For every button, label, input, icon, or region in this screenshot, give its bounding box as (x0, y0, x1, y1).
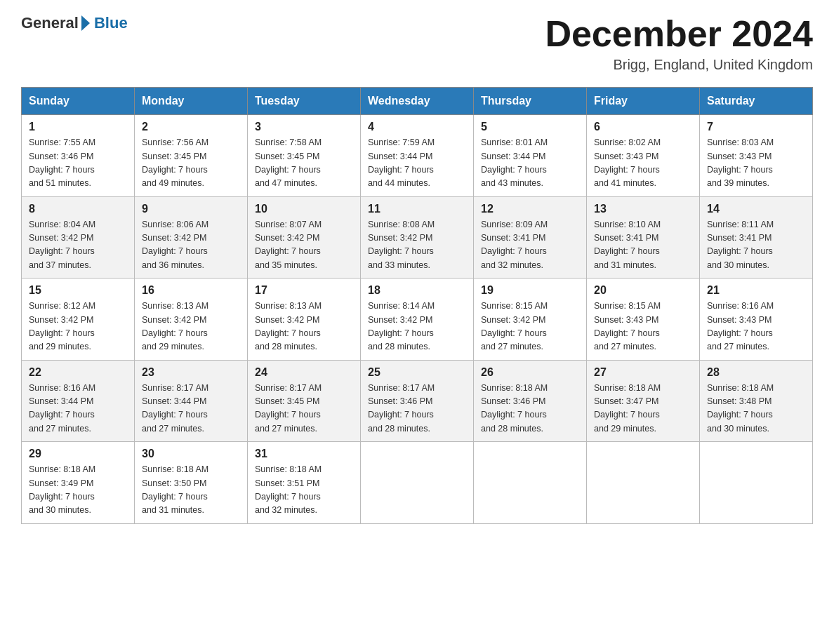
day-number: 14 (707, 203, 805, 215)
calendar-header-row: SundayMondayTuesdayWednesdayThursdayFrid… (22, 88, 813, 115)
logo-arrow-icon (81, 15, 90, 31)
logo-text: General Blue (21, 14, 128, 32)
title-area: December 2024 Brigg, England, United Kin… (545, 14, 813, 73)
day-number: 29 (29, 448, 127, 460)
day-number: 20 (594, 284, 692, 297)
day-info: Sunrise: 8:18 AM Sunset: 3:50 PM Dayligh… (142, 463, 240, 518)
day-cell-29: 29Sunrise: 8:18 AM Sunset: 3:49 PM Dayli… (22, 442, 135, 524)
day-of-week-thursday: Thursday (474, 88, 587, 115)
day-cell-22: 22Sunrise: 8:16 AM Sunset: 3:44 PM Dayli… (22, 360, 135, 442)
day-number: 19 (481, 284, 579, 297)
day-cell-14: 14Sunrise: 8:11 AM Sunset: 3:41 PM Dayli… (700, 196, 813, 279)
day-of-week-sunday: Sunday (22, 88, 135, 115)
day-number: 18 (368, 284, 466, 297)
day-info: Sunrise: 8:17 AM Sunset: 3:46 PM Dayligh… (368, 382, 466, 436)
calendar-table: SundayMondayTuesdayWednesdayThursdayFrid… (21, 87, 813, 524)
day-number: 11 (368, 203, 466, 215)
day-cell-4: 4Sunrise: 7:59 AM Sunset: 3:44 PM Daylig… (361, 115, 474, 197)
day-cell-28: 28Sunrise: 8:18 AM Sunset: 3:48 PM Dayli… (700, 360, 813, 442)
day-info: Sunrise: 8:17 AM Sunset: 3:45 PM Dayligh… (255, 382, 353, 436)
day-number: 15 (29, 284, 127, 297)
day-cell-25: 25Sunrise: 8:17 AM Sunset: 3:46 PM Dayli… (361, 360, 474, 442)
day-info: Sunrise: 8:09 AM Sunset: 3:41 PM Dayligh… (481, 218, 579, 273)
empty-cell (474, 442, 587, 524)
day-number: 25 (368, 366, 466, 379)
day-info: Sunrise: 8:14 AM Sunset: 3:42 PM Dayligh… (368, 300, 466, 354)
day-number: 9 (142, 203, 240, 215)
day-cell-17: 17Sunrise: 8:13 AM Sunset: 3:42 PM Dayli… (248, 279, 361, 361)
day-number: 7 (707, 121, 805, 133)
day-info: Sunrise: 8:11 AM Sunset: 3:41 PM Dayligh… (707, 218, 805, 273)
day-number: 8 (29, 203, 127, 215)
day-cell-26: 26Sunrise: 8:18 AM Sunset: 3:46 PM Dayli… (474, 360, 587, 442)
day-info: Sunrise: 8:18 AM Sunset: 3:51 PM Dayligh… (255, 463, 353, 518)
day-cell-2: 2Sunrise: 7:56 AM Sunset: 3:45 PM Daylig… (135, 115, 248, 197)
day-info: Sunrise: 8:01 AM Sunset: 3:44 PM Dayligh… (481, 136, 579, 191)
day-of-week-friday: Friday (587, 88, 700, 115)
day-number: 16 (142, 284, 240, 297)
day-cell-13: 13Sunrise: 8:10 AM Sunset: 3:41 PM Dayli… (587, 196, 700, 279)
day-cell-20: 20Sunrise: 8:15 AM Sunset: 3:43 PM Dayli… (587, 279, 700, 361)
day-info: Sunrise: 7:58 AM Sunset: 3:45 PM Dayligh… (255, 136, 353, 191)
day-info: Sunrise: 8:06 AM Sunset: 3:42 PM Dayligh… (142, 218, 240, 273)
day-info: Sunrise: 7:55 AM Sunset: 3:46 PM Dayligh… (29, 136, 127, 191)
day-cell-23: 23Sunrise: 8:17 AM Sunset: 3:44 PM Dayli… (135, 360, 248, 442)
day-info: Sunrise: 8:18 AM Sunset: 3:49 PM Dayligh… (29, 463, 127, 518)
day-info: Sunrise: 8:08 AM Sunset: 3:42 PM Dayligh… (368, 218, 466, 273)
day-cell-16: 16Sunrise: 8:13 AM Sunset: 3:42 PM Dayli… (135, 279, 248, 361)
day-number: 24 (255, 366, 353, 379)
day-info: Sunrise: 8:12 AM Sunset: 3:42 PM Dayligh… (29, 300, 127, 354)
day-info: Sunrise: 8:18 AM Sunset: 3:48 PM Dayligh… (707, 382, 805, 436)
day-info: Sunrise: 8:17 AM Sunset: 3:44 PM Dayligh… (142, 382, 240, 436)
day-number: 3 (255, 121, 353, 133)
day-number: 30 (142, 448, 240, 460)
day-number: 10 (255, 203, 353, 215)
day-cell-11: 11Sunrise: 8:08 AM Sunset: 3:42 PM Dayli… (361, 196, 474, 279)
day-info: Sunrise: 8:18 AM Sunset: 3:46 PM Dayligh… (481, 382, 579, 436)
day-info: Sunrise: 7:56 AM Sunset: 3:45 PM Dayligh… (142, 136, 240, 191)
day-of-week-wednesday: Wednesday (361, 88, 474, 115)
day-of-week-monday: Monday (135, 88, 248, 115)
day-of-week-saturday: Saturday (700, 88, 813, 115)
day-number: 28 (707, 366, 805, 379)
day-number: 21 (707, 284, 805, 297)
day-cell-6: 6Sunrise: 8:02 AM Sunset: 3:43 PM Daylig… (587, 115, 700, 197)
day-cell-30: 30Sunrise: 8:18 AM Sunset: 3:50 PM Dayli… (135, 442, 248, 524)
empty-cell (361, 442, 474, 524)
page-header: General Blue December 2024 Brigg, Englan… (21, 14, 813, 73)
empty-cell (700, 442, 813, 524)
day-info: Sunrise: 8:15 AM Sunset: 3:43 PM Dayligh… (594, 300, 692, 354)
day-info: Sunrise: 7:59 AM Sunset: 3:44 PM Dayligh… (368, 136, 466, 191)
day-number: 23 (142, 366, 240, 379)
week-row-1: 1Sunrise: 7:55 AM Sunset: 3:46 PM Daylig… (22, 115, 813, 197)
day-cell-21: 21Sunrise: 8:16 AM Sunset: 3:43 PM Dayli… (700, 279, 813, 361)
week-row-2: 8Sunrise: 8:04 AM Sunset: 3:42 PM Daylig… (22, 196, 813, 279)
day-number: 31 (255, 448, 353, 460)
day-number: 4 (368, 121, 466, 133)
month-title: December 2024 (545, 14, 813, 54)
day-info: Sunrise: 8:07 AM Sunset: 3:42 PM Dayligh… (255, 218, 353, 273)
day-of-week-tuesday: Tuesday (248, 88, 361, 115)
day-cell-18: 18Sunrise: 8:14 AM Sunset: 3:42 PM Dayli… (361, 279, 474, 361)
day-cell-1: 1Sunrise: 7:55 AM Sunset: 3:46 PM Daylig… (22, 115, 135, 197)
day-number: 12 (481, 203, 579, 215)
day-info: Sunrise: 8:16 AM Sunset: 3:44 PM Dayligh… (29, 382, 127, 436)
day-cell-7: 7Sunrise: 8:03 AM Sunset: 3:43 PM Daylig… (700, 115, 813, 197)
day-info: Sunrise: 8:10 AM Sunset: 3:41 PM Dayligh… (594, 218, 692, 273)
day-info: Sunrise: 8:04 AM Sunset: 3:42 PM Dayligh… (29, 218, 127, 273)
week-row-5: 29Sunrise: 8:18 AM Sunset: 3:49 PM Dayli… (22, 442, 813, 524)
empty-cell (587, 442, 700, 524)
day-number: 13 (594, 203, 692, 215)
day-info: Sunrise: 8:03 AM Sunset: 3:43 PM Dayligh… (707, 136, 805, 191)
location-text: Brigg, England, United Kingdom (545, 57, 813, 73)
day-info: Sunrise: 8:13 AM Sunset: 3:42 PM Dayligh… (255, 300, 353, 354)
day-cell-19: 19Sunrise: 8:15 AM Sunset: 3:42 PM Dayli… (474, 279, 587, 361)
day-number: 6 (594, 121, 692, 133)
day-cell-27: 27Sunrise: 8:18 AM Sunset: 3:47 PM Dayli… (587, 360, 700, 442)
day-info: Sunrise: 8:13 AM Sunset: 3:42 PM Dayligh… (142, 300, 240, 354)
logo-blue-text: Blue (94, 14, 128, 32)
week-row-3: 15Sunrise: 8:12 AM Sunset: 3:42 PM Dayli… (22, 279, 813, 361)
day-number: 1 (29, 121, 127, 133)
day-number: 22 (29, 366, 127, 379)
day-info: Sunrise: 8:02 AM Sunset: 3:43 PM Dayligh… (594, 136, 692, 191)
